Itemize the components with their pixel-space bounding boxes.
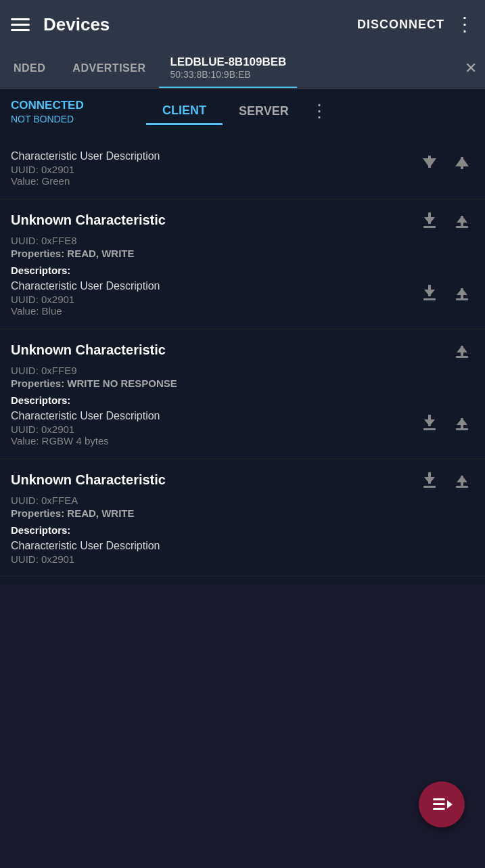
- sub-desc-uuid-3: UUID: 0x2901: [11, 553, 474, 565]
- upload-desc-button-2[interactable]: [450, 410, 474, 434]
- upload-button-0[interactable]: [450, 150, 474, 175]
- svg-rect-24: [433, 808, 445, 810]
- char-title-row-2: Unknown Characteristic: [11, 338, 474, 362]
- sub-more-icon[interactable]: ⋮: [305, 95, 333, 127]
- hamburger-menu-icon[interactable]: [11, 18, 30, 31]
- svg-rect-22: [433, 798, 445, 800]
- svg-rect-11: [456, 298, 468, 300]
- char-section-2: Unknown Characteristic UUID: 0xFFE9 Prop…: [0, 329, 485, 459]
- props-prefix-3: Properties:: [11, 507, 67, 519]
- desc-title-0: Characteristic User Description: [11, 150, 160, 162]
- sub-desc-title-2: Characteristic User Description: [11, 410, 417, 422]
- tab-strip: NDED ADVERTISER LEDBLUE-8B109BEB 50:33:8…: [0, 49, 485, 89]
- desc-info-0: Characteristic User Description UUID: 0x…: [11, 150, 160, 188]
- desc-value-0: Value: Green: [11, 175, 160, 187]
- icon-group-0: [417, 150, 474, 175]
- upload-main-button-1[interactable]: [450, 208, 474, 232]
- svg-rect-16: [461, 418, 463, 430]
- char-title-row-3: Unknown Characteristic: [11, 467, 474, 492]
- fab-button[interactable]: [419, 781, 465, 827]
- icon-group-main-2: [450, 338, 474, 362]
- desc-uuid-0: UUID: 0x2901: [11, 164, 160, 175]
- upload-desc-button-1[interactable]: [450, 280, 474, 304]
- descriptors-label-3: Descriptors:: [11, 524, 474, 536]
- char-props-2: Properties: WRITE NO RESPONSE: [11, 378, 474, 389]
- char-uuid-1: UUID: 0xFFE8: [11, 235, 474, 246]
- svg-rect-20: [461, 476, 463, 487]
- download-desc-button-1[interactable]: [417, 280, 442, 304]
- sub-desc-title-3: Characteristic User Description: [11, 540, 474, 552]
- sub-tab-server[interactable]: SERVER: [223, 99, 305, 124]
- icon-group-desc-2: [417, 410, 474, 434]
- svg-rect-14: [428, 415, 431, 426]
- sub-desc-uuid-1: UUID: 0x2901: [11, 294, 417, 305]
- svg-rect-8: [428, 285, 431, 296]
- tab-advertiser[interactable]: ADVERTISER: [59, 50, 159, 87]
- sub-tabs: CLIENT SERVER ⋮: [146, 95, 474, 127]
- tab-close-button[interactable]: ✕: [457, 53, 485, 84]
- download-button-0[interactable]: [417, 150, 442, 175]
- svg-rect-12: [461, 346, 463, 357]
- svg-rect-10: [461, 288, 463, 300]
- tab-bonded[interactable]: NDED: [0, 50, 59, 87]
- svg-rect-3: [461, 157, 463, 169]
- sub-desc-value-2: Value: RGBW 4 bytes: [11, 435, 417, 447]
- svg-rect-17: [456, 428, 468, 430]
- sub-desc-info-3: Characteristic User Description UUID: 0x…: [11, 540, 474, 565]
- char-title-3: Unknown Characteristic: [11, 472, 166, 488]
- header-title: Devices: [43, 14, 357, 35]
- props-prefix-2: Properties:: [11, 378, 67, 389]
- tab-device[interactable]: LEDBLUE-8B109BEB 50:33:8B:10:9B:EB: [159, 49, 297, 89]
- upload-main-button-3[interactable]: [450, 467, 474, 492]
- char-section-1: Unknown Characteristic: [0, 200, 485, 329]
- svg-marker-25: [447, 800, 453, 808]
- download-main-button-3[interactable]: [417, 467, 442, 492]
- status-bar: CONNECTED NOT BONDED CLIENT SERVER ⋮: [0, 89, 485, 134]
- more-options-icon[interactable]: ⋮: [455, 15, 474, 34]
- sub-desc-uuid-2: UUID: 0x2901: [11, 424, 417, 435]
- svg-rect-15: [423, 428, 436, 430]
- sub-desc-info-2: Characteristic User Description UUID: 0x…: [11, 410, 417, 448]
- char-title-1: Unknown Characteristic: [11, 212, 166, 228]
- icon-group-main-1: [417, 208, 474, 232]
- device-name: LEDBLUE-8B109BEB: [170, 55, 286, 69]
- char-section-3: Unknown Characteristic: [0, 459, 485, 576]
- sub-desc-info-1: Characteristic User Description UUID: 0x…: [11, 280, 417, 318]
- svg-rect-13: [456, 356, 468, 358]
- char-props-3: Properties: READ, WRITE: [11, 507, 474, 519]
- sub-desc-row-3: Characteristic User Description UUID: 0x…: [11, 540, 474, 565]
- char-props-1: Properties: READ, WRITE: [11, 248, 474, 259]
- sub-tab-client[interactable]: CLIENT: [146, 98, 223, 125]
- upload-main-button-2[interactable]: [450, 338, 474, 362]
- char-title-row-1: Unknown Characteristic: [11, 208, 474, 232]
- icon-group-desc-1: [417, 280, 474, 304]
- char-uuid-3: UUID: 0xFFEA: [11, 495, 474, 506]
- svg-rect-6: [461, 216, 463, 227]
- svg-rect-9: [423, 298, 436, 300]
- sub-desc-title-1: Characteristic User Description: [11, 280, 417, 292]
- status-bonded: NOT BONDED: [11, 114, 146, 124]
- props-val-1: READ, WRITE: [67, 248, 134, 259]
- char-title-2: Unknown Characteristic: [11, 342, 166, 358]
- sub-desc-row-1: Characteristic User Description UUID: 0x…: [11, 280, 474, 318]
- svg-rect-5: [423, 226, 436, 228]
- download-desc-button-2[interactable]: [417, 410, 442, 434]
- svg-rect-18: [428, 472, 431, 484]
- status-text-col: CONNECTED NOT BONDED: [11, 99, 146, 124]
- sub-desc-row-2: Characteristic User Description UUID: 0x…: [11, 410, 474, 448]
- props-prefix-1: Properties:: [11, 248, 67, 259]
- descriptors-label-1: Descriptors:: [11, 265, 474, 276]
- device-mac: 50:33:8B:10:9B:EB: [170, 69, 250, 80]
- descriptors-label-2: Descriptors:: [11, 394, 474, 406]
- svg-rect-7: [456, 226, 468, 228]
- props-val-2: WRITE NO RESPONSE: [67, 378, 177, 389]
- svg-rect-21: [456, 486, 468, 488]
- disconnect-button[interactable]: DISCONNECT: [357, 18, 444, 32]
- fab-icon: [431, 794, 453, 815]
- content-area: Characteristic User Description UUID: 0x…: [0, 134, 485, 585]
- icon-group-main-3: [417, 467, 474, 492]
- sub-desc-value-1: Value: Blue: [11, 305, 417, 317]
- svg-rect-23: [433, 803, 445, 805]
- download-main-button-1[interactable]: [417, 208, 442, 232]
- status-connected: CONNECTED: [11, 99, 146, 112]
